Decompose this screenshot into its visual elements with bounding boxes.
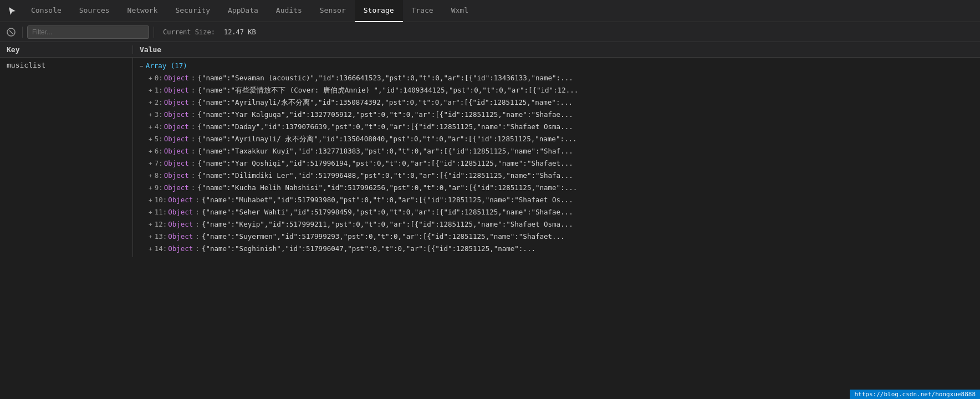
item-data: {"name":"有些爱情放不下 (Cover: 唐伯虎Annie) ","id… [197,84,578,96]
list-item: + 13: Object : {"name":"Suyermen","id":5… [149,231,973,243]
item-expand-toggle[interactable]: + [149,220,152,231]
item-object-label: Object [164,182,189,193]
tab-audits[interactable]: Audits [267,0,311,22]
column-headers: Key Value [0,42,980,58]
item-object-label: Object [164,96,189,108]
tab-security[interactable]: Security [166,0,219,22]
list-item: + 3: Object : {"name":"Yar Kalguqa","id"… [149,109,973,121]
item-expand-toggle[interactable]: + [149,244,152,255]
value-column-header: Value [133,45,168,54]
item-colon: : [191,133,196,145]
item-colon: : [191,121,196,132]
item-expand-toggle[interactable]: + [149,208,152,218]
filter-input[interactable] [27,25,149,39]
item-colon: : [191,157,196,169]
item-object-label: Object [164,157,189,169]
array-header-line: − Array (17) [140,60,973,72]
tab-network[interactable]: Network [119,0,167,22]
item-index: 9: [155,182,163,193]
tab-bar: Console Sources Network Security AppData… [0,0,980,22]
item-data: {"name":"Ayrilmayli/永不分离","id":135087439… [197,96,573,108]
item-expand-toggle[interactable]: + [149,171,152,182]
item-colon: : [195,218,200,230]
list-item: + 9: Object : {"name":"Kucha Helih Nahsh… [149,182,973,194]
item-index: 11: [155,206,167,218]
item-object-label: Object [164,109,189,120]
array-label: Array (17) [146,60,187,71]
item-colon: : [191,109,196,120]
item-data: {"name":"Muhabet","id":517993980,"pst":0… [202,194,573,206]
current-size-label: Current Size: [163,28,215,36]
item-index: 1: [155,84,163,96]
key-column-header: Key [0,45,133,54]
item-expand-toggle[interactable]: + [149,159,152,170]
data-area: musiclist − Array (17) + 0: Object : {"n… [0,58,980,257]
list-item: + 6: Object : {"name":"Taxakkur Kuyi","i… [149,145,973,157]
item-data: {"name":"Taxakkur Kuyi","id":1327718383,… [197,145,573,157]
item-object-label: Object [168,218,193,230]
item-data: {"name":"Seghinish","id":517996047,"pst"… [202,243,535,254]
item-colon: : [195,194,200,206]
item-index: 13: [155,231,167,242]
tab-sensor[interactable]: Sensor [311,0,355,22]
item-data: {"name":"Yar Qoshiqi","id":517996194,"ps… [197,157,573,169]
tab-trace[interactable]: Trace [403,0,442,22]
item-expand-toggle[interactable]: + [149,135,152,145]
current-size-value: 12.47 KB [224,28,256,36]
item-colon: : [191,182,196,193]
item-expand-toggle[interactable]: + [149,74,152,84]
item-data: {"name":"Ayrilmayli/ 永不分离","id":13504080… [197,133,576,145]
item-index: 14: [155,243,167,254]
list-item: + 4: Object : {"name":"Daday","id":13790… [149,121,973,133]
list-item: + 0: Object : {"name":"Sevaman (acoustic… [149,72,973,84]
item-colon: : [191,96,196,108]
item-object-label: Object [168,206,193,218]
item-object-label: Object [164,133,189,145]
item-index: 4: [155,121,163,132]
item-colon: : [195,206,200,218]
list-item: + 10: Object : {"name":"Muhabet","id":51… [149,194,973,206]
collapse-toggle[interactable]: − [140,62,144,72]
item-colon: : [191,72,196,84]
item-expand-toggle[interactable]: + [149,196,152,206]
item-data: {"name":"Seher Wahti","id":517998459,"ps… [202,206,573,218]
tab-wxml[interactable]: Wxml [442,0,477,22]
item-data: {"name":"Keyip","id":517999211,"pst":0,"… [202,218,573,230]
list-item: + 2: Object : {"name":"Ayrilmayli/永不分离",… [149,96,973,109]
toolbar: Current Size: 12.47 KB [0,22,980,42]
item-expand-toggle[interactable]: + [149,110,152,121]
item-object-label: Object [164,84,189,96]
item-index: 6: [155,145,163,157]
item-index: 5: [155,133,163,145]
item-expand-toggle[interactable]: + [149,147,152,157]
toolbar-divider [22,27,23,38]
item-object-label: Object [168,231,193,242]
item-data: {"name":"Daday","id":1379076639,"pst":0,… [197,121,573,132]
item-expand-toggle[interactable]: + [149,232,152,243]
item-index: 12: [155,218,167,230]
tab-appdata[interactable]: AppData [219,0,267,22]
item-colon: : [195,243,200,254]
item-index: 2: [155,96,163,108]
item-expand-toggle[interactable]: + [149,183,152,194]
item-index: 8: [155,170,163,181]
item-object-label: Object [168,194,193,206]
item-expand-toggle[interactable]: + [149,122,152,133]
list-item: + 12: Object : {"name":"Keyip","id":5179… [149,218,973,231]
tab-storage[interactable]: Storage [355,0,403,22]
item-object-label: Object [164,145,189,157]
item-data: {"name":"Yar Kalguqa","id":1327705912,"p… [197,109,573,120]
item-expand-toggle[interactable]: + [149,86,152,96]
item-colon: : [191,145,196,157]
item-data: {"name":"Sevaman (acoustic)","id":136664… [197,72,573,84]
tab-console[interactable]: Console [22,0,70,22]
clear-button[interactable] [4,25,18,39]
item-colon: : [191,84,196,96]
tab-sources[interactable]: Sources [70,0,119,22]
cursor-tool-icon[interactable] [2,1,22,21]
item-object-label: Object [164,72,189,84]
list-item: + 14: Object : {"name":"Seghinish","id":… [149,243,973,255]
list-item: + 11: Object : {"name":"Seher Wahti","id… [149,206,973,218]
item-object-label: Object [164,170,189,181]
item-expand-toggle[interactable]: + [149,98,152,109]
